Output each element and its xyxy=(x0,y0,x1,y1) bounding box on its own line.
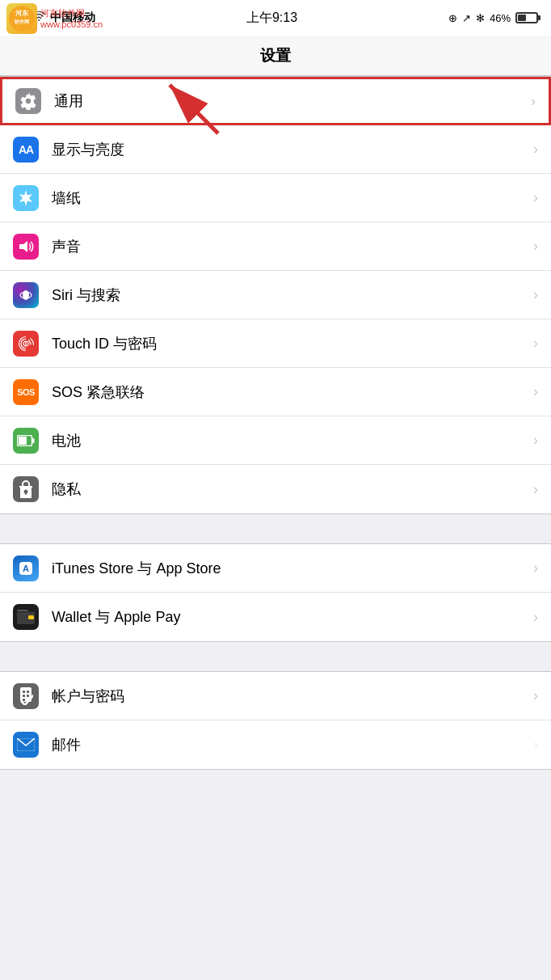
settings-item-accounts[interactable]: 帐户与密码 › xyxy=(0,672,551,720)
mail-label: 邮件 xyxy=(52,735,533,754)
watermark-text-lines: 河东软件网 www.pc0359.cn xyxy=(40,7,103,31)
privacy-icon xyxy=(13,476,39,502)
siri-icon xyxy=(13,282,39,308)
siri-chevron: › xyxy=(533,286,538,303)
general-icon xyxy=(15,88,41,114)
accounts-icon xyxy=(13,683,39,709)
privacy-label: 隐私 xyxy=(52,479,533,499)
battery-label: 电池 xyxy=(52,431,533,450)
settings-group-store: A iTunes Store 与 App Store › Wallet 与 Ap… xyxy=(0,543,551,642)
direction-icon: ↗ xyxy=(462,12,471,24)
svg-rect-16 xyxy=(25,492,27,495)
accounts-chevron: › xyxy=(533,687,538,704)
sound-label: 声音 xyxy=(52,237,533,256)
bluetooth-icon: ✻ xyxy=(476,12,485,24)
wallpaper-label: 墙纸 xyxy=(52,188,533,208)
display-label: 显示与亮度 xyxy=(52,140,533,159)
touchid-label: Touch ID 与密码 xyxy=(52,334,533,353)
battery-icon xyxy=(515,12,538,23)
sos-icon: SOS xyxy=(13,379,39,405)
settings-item-wallpaper[interactable]: 墙纸 › xyxy=(0,174,551,222)
general-label: 通用 xyxy=(54,91,531,111)
svg-rect-13 xyxy=(19,437,27,445)
settings-item-battery[interactable]: 电池 › xyxy=(0,416,551,465)
svg-rect-14 xyxy=(32,438,35,443)
settings-item-general[interactable]: 通用 › xyxy=(0,77,551,125)
wallet-icon xyxy=(13,604,39,630)
svg-text:河东: 河东 xyxy=(15,9,29,17)
mail-icon xyxy=(13,732,39,758)
settings-group-accounts: 帐户与密码 › 邮件 › xyxy=(0,671,551,770)
watermark: 河东 软件网 河东软件网 www.pc0359.cn xyxy=(0,0,109,37)
battery-percent: 46% xyxy=(490,12,511,24)
svg-marker-8 xyxy=(19,241,27,252)
svg-rect-23 xyxy=(28,615,34,619)
page-title: 设置 xyxy=(260,45,291,66)
settings-item-sos[interactable]: SOS SOS 紧急联络 › xyxy=(0,368,551,416)
settings-item-sound[interactable]: 声音 › xyxy=(0,222,551,271)
status-time: 上午9:13 xyxy=(246,10,297,27)
svg-rect-28 xyxy=(23,695,25,697)
accounts-label: 帐户与密码 xyxy=(52,686,533,706)
wallet-label: Wallet 与 Apple Pay xyxy=(52,607,533,627)
settings-item-itunes[interactable]: A iTunes Store 与 App Store › xyxy=(0,544,551,593)
itunes-chevron: › xyxy=(533,560,538,577)
general-chevron: › xyxy=(531,93,536,110)
settings-group-general: 通用 › AA 显示与亮度 › 墙纸 › xyxy=(0,76,551,514)
settings-item-siri[interactable]: Siri 与搜索 › xyxy=(0,271,551,319)
wallpaper-chevron: › xyxy=(533,189,538,206)
privacy-chevron: › xyxy=(533,481,538,498)
svg-rect-29 xyxy=(27,695,29,697)
settings-item-privacy[interactable]: 隐私 › xyxy=(0,465,551,513)
settings-item-touchid[interactable]: Touch ID 与密码 › xyxy=(0,319,551,368)
svg-rect-26 xyxy=(23,691,25,693)
settings-item-display[interactable]: AA 显示与亮度 › xyxy=(0,125,551,174)
sos-chevron: › xyxy=(533,383,538,400)
sound-icon xyxy=(13,234,39,260)
siri-label: Siri 与搜索 xyxy=(52,285,533,305)
display-chevron: › xyxy=(533,141,538,158)
settings-item-mail[interactable]: 邮件 › xyxy=(0,720,551,769)
wallpaper-icon xyxy=(13,185,39,211)
battery-settings-icon xyxy=(13,428,39,454)
mail-chevron: › xyxy=(533,737,538,754)
sound-chevron: › xyxy=(533,238,538,255)
sos-label: SOS 紧急联络 xyxy=(52,382,533,402)
itunes-label: iTunes Store 与 App Store xyxy=(52,559,533,578)
nav-bar: 设置 xyxy=(0,36,551,76)
svg-rect-24 xyxy=(17,613,35,614)
touchid-icon xyxy=(13,331,39,357)
touchid-chevron: › xyxy=(533,335,538,352)
wallet-chevron: › xyxy=(533,609,538,626)
itunes-icon: A xyxy=(13,555,39,581)
location-icon: ⊕ xyxy=(448,12,457,24)
section-gap-2 xyxy=(0,642,551,671)
svg-rect-30 xyxy=(23,699,25,701)
watermark-logo: 河东 软件网 xyxy=(6,3,37,34)
svg-rect-27 xyxy=(27,691,29,693)
display-icon: AA xyxy=(13,137,39,163)
settings-item-wallet[interactable]: Wallet 与 Apple Pay › xyxy=(0,593,551,641)
svg-text:软件网: 软件网 xyxy=(14,19,29,24)
section-gap-1 xyxy=(0,514,551,543)
svg-text:A: A xyxy=(23,564,29,573)
status-right: ⊕ ↗ ✻ 46% xyxy=(448,12,538,24)
battery-chevron: › xyxy=(533,432,538,449)
